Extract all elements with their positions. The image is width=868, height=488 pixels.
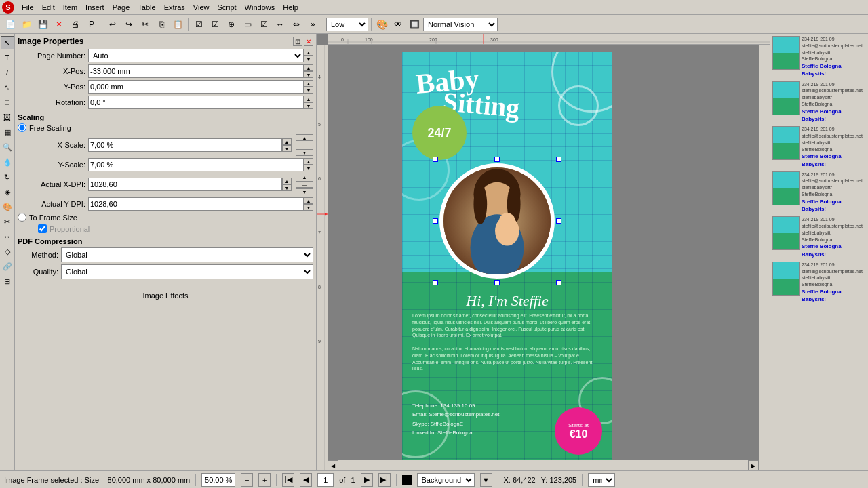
tb-color[interactable]: 🎨 [374, 17, 389, 32]
x-scale-spin-up[interactable]: ▲ [282, 138, 292, 145]
actual-y-dpi-input[interactable] [88, 197, 304, 211]
method-select[interactable]: GlobalJPEGZIPNone [61, 247, 313, 262]
tool-link[interactable]: 🔗 [1, 260, 14, 273]
tb-redo[interactable]: ↪ [121, 17, 136, 32]
tb-pdf[interactable]: P [84, 17, 99, 32]
thumb-item-4[interactable]: 234 219 201 09 steffie@scribustemplates.… [772, 216, 867, 259]
tool-shape[interactable]: □ [1, 96, 14, 109]
to-frame-size-radio[interactable] [18, 213, 26, 222]
tb-open[interactable]: 📁 [19, 17, 34, 32]
dpi-link-bot[interactable]: ▼ [296, 188, 313, 195]
actual-x-dpi-input[interactable] [88, 178, 282, 191]
menu-extras[interactable]: Extras [160, 2, 189, 13]
menu-windows[interactable]: Windows [241, 2, 279, 13]
scale-link-mid[interactable]: — [296, 142, 313, 148]
tb-cut[interactable]: ✂ [138, 17, 153, 32]
tb-close[interactable]: ✕ [52, 17, 66, 32]
tb-arrow2[interactable]: ⇔ [289, 17, 304, 32]
menu-page[interactable]: Page [108, 2, 134, 13]
tb-preview[interactable]: 👁 [391, 17, 406, 32]
x-scale-input[interactable] [88, 138, 282, 152]
tool-color-picker[interactable]: 🎨 [1, 200, 14, 214]
tb-copy[interactable]: ⎘ [154, 17, 169, 32]
sel-handle-bc[interactable] [494, 280, 500, 285]
tool-text[interactable]: T [1, 51, 14, 64]
actual-x-dpi-spin-down[interactable]: ▼ [282, 184, 292, 191]
tool-zoom[interactable]: 🔍 [1, 140, 14, 154]
zoom-out-btn[interactable]: − [241, 473, 253, 487]
y-scale-input[interactable] [88, 158, 304, 171]
rotation-input[interactable] [88, 96, 304, 109]
scroll-right-btn[interactable]: ▶ [748, 460, 759, 470]
tool-scissors[interactable]: ✂ [1, 215, 14, 228]
thumb-item-1[interactable]: 234 219 201 09 steffie@scribustemplates.… [772, 81, 867, 124]
page-last-btn[interactable]: ▶| [378, 473, 391, 487]
props-detach-btn[interactable]: ⊡ [293, 37, 302, 46]
menu-script[interactable]: Script [213, 2, 240, 13]
x-scale-spin-down[interactable]: ▼ [282, 145, 292, 152]
tb-arrow1[interactable]: ↔ [273, 17, 288, 32]
tool-misc[interactable]: ⊞ [1, 274, 14, 288]
thumb-item-5[interactable]: 234 219 201 09 steffie@scribustemplates.… [772, 261, 867, 304]
quality-select[interactable]: GlobalMaximumHighMediumLowMinimum [61, 264, 313, 279]
tb-paste[interactable]: 📋 [170, 17, 185, 32]
image-effects-button[interactable]: Image Effects [18, 287, 313, 304]
tb-expand[interactable]: » [305, 17, 320, 32]
unit-select[interactable]: mminpt [588, 473, 615, 487]
menu-item[interactable]: Item [59, 2, 81, 13]
sel-handle-bl[interactable] [433, 280, 438, 285]
vision-mode-select[interactable]: Normal Vision Color Blindness [423, 18, 498, 31]
tool-image[interactable]: 🖼 [1, 110, 14, 124]
tool-line[interactable]: / [1, 66, 14, 79]
scale-link-top[interactable]: ▲ [296, 134, 313, 141]
tool-gradient[interactable]: ◈ [1, 185, 14, 199]
tool-eyedropper[interactable]: 💧 [1, 155, 14, 169]
tool-table[interactable]: ▦ [1, 125, 14, 139]
zoom-input[interactable] [201, 473, 235, 487]
tb-check3[interactable]: ☑ [256, 17, 271, 32]
page-current-input[interactable] [317, 473, 334, 487]
y-scale-spin-down[interactable]: ▼ [304, 165, 313, 171]
page-first-btn[interactable]: |◀ [282, 473, 294, 487]
vertical-scrollbar[interactable] [759, 45, 770, 460]
thumb-item-2[interactable]: 234 219 201 09 steffie@scribustemplates.… [772, 125, 867, 169]
x-pos-input[interactable] [88, 64, 304, 78]
tb-check2[interactable]: ☑ [208, 17, 222, 32]
tb-undo[interactable]: ↩ [105, 17, 120, 32]
tool-nodes[interactable]: ◇ [1, 245, 14, 258]
menu-insert[interactable]: Insert [81, 2, 108, 13]
page-prev-btn[interactable]: ◀ [300, 473, 312, 487]
tb-save[interactable]: 💾 [35, 17, 50, 32]
y-scale-spin-up[interactable]: ▲ [304, 158, 313, 165]
tool-bezier[interactable]: ∿ [1, 81, 14, 94]
rotation-spin-up[interactable]: ▲ [304, 96, 313, 102]
tb-new[interactable]: 📄 [3, 17, 18, 32]
sel-handle-br[interactable] [556, 280, 561, 285]
tb-vision[interactable]: 🔲 [407, 17, 422, 32]
y-pos-input[interactable] [88, 80, 304, 94]
x-pos-spin-down[interactable]: ▼ [304, 71, 313, 78]
layer-select[interactable]: Background [417, 473, 475, 487]
thumb-item-0[interactable]: 234 219 201 09 steffie@scribustemplates.… [772, 35, 867, 79]
zoom-preset-select[interactable]: LowNormalHigh [326, 18, 368, 31]
free-scaling-radio[interactable] [18, 123, 26, 132]
menu-file[interactable]: File [18, 2, 38, 13]
proportional-checkbox[interactable] [38, 224, 47, 233]
menu-view[interactable]: View [189, 2, 214, 13]
dpi-link-mid[interactable]: — [296, 181, 313, 188]
scroll-left-btn[interactable]: ◀ [328, 460, 338, 470]
sel-handle-tc[interactable] [494, 157, 500, 162]
tb-print[interactable]: 🖨 [68, 17, 83, 32]
sel-handle-tr[interactable] [556, 157, 561, 162]
tb-frame[interactable]: ▭ [240, 17, 255, 32]
scale-link-bot[interactable]: ▼ [296, 149, 313, 156]
tb-check1[interactable]: ☑ [191, 17, 206, 32]
y-pos-spin-down[interactable]: ▼ [304, 87, 313, 94]
page-number-spin-down[interactable]: ▼ [304, 56, 313, 62]
canvas-viewport[interactable]: Baby Sitting 24/7 [328, 45, 770, 470]
x-pos-spin-up[interactable]: ▲ [304, 64, 313, 71]
props-close-btn[interactable]: ✕ [304, 37, 313, 46]
actual-y-dpi-spin-up[interactable]: ▲ [304, 197, 313, 204]
actual-y-dpi-spin-down[interactable]: ▼ [304, 204, 313, 211]
page-number-spin-up[interactable]: ▲ [304, 49, 313, 56]
